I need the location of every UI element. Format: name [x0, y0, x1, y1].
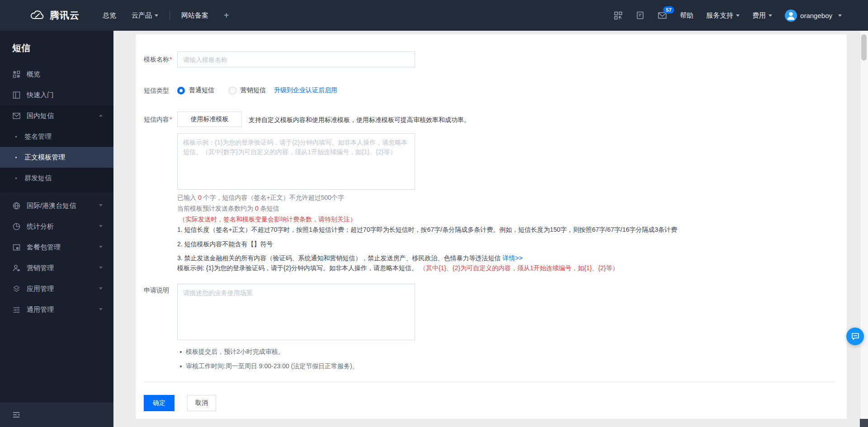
nav-beian[interactable]: 网站备案 — [174, 0, 216, 31]
chevron-down-icon — [99, 287, 103, 290]
template-form-card: 模板名称* 短信类型 普通短信 营销短信 升级到企业认证后启用 短信内容* 使用… — [136, 34, 847, 419]
details-link[interactable]: 详情>> — [502, 254, 522, 262]
sidebar-item-marketing-management[interactable]: 营销管理 — [0, 258, 113, 278]
scrollbar-thumb[interactable] — [861, 34, 867, 61]
rule-1: 1. 短信长度（签名+正文）不超过70字时，按照1条短信计费；超过70字即为长短… — [177, 225, 677, 234]
sidebar-item-bulk-sms[interactable]: 群发短信 — [0, 168, 113, 188]
application-note-textarea[interactable] — [177, 284, 415, 340]
chevron-down-icon — [838, 14, 842, 17]
nav-products[interactable]: 云产品 — [124, 0, 166, 31]
mail-icon[interactable]: 57 — [657, 11, 667, 20]
chevron-up-icon — [99, 114, 103, 117]
required-asterisk: * — [170, 56, 172, 63]
chevron-down-icon — [769, 14, 772, 17]
globe-icon — [12, 202, 21, 210]
sidebar: 短信 概览 快速入门 — [0, 31, 113, 427]
rule-3: 3. 禁止发送金融相关的所有内容（验证码、系统通知和营销短信），禁止发送房产、移… — [177, 253, 523, 263]
document-icon[interactable] — [636, 11, 645, 20]
bullet-icon — [15, 178, 17, 179]
chevron-down-icon — [99, 246, 103, 248]
sms-content-label: 短信内容* — [144, 115, 172, 124]
qr-code-icon[interactable] — [613, 11, 623, 20]
pie-chart-icon — [12, 222, 21, 231]
chat-support-button[interactable] — [846, 328, 864, 345]
package-icon — [12, 243, 21, 252]
template-example-note: （其中{1}、{2}为可自定义的内容，须从1开始连续编号，如{1}、{2}等） — [420, 264, 618, 272]
mail-badge: 57 — [663, 6, 674, 14]
top-navbar: 腾讯云 总览 云产品 网站备案 + — [0, 0, 868, 31]
brand-text: 腾讯云 — [50, 9, 80, 22]
sidebar-item-overview[interactable]: 概览 — [0, 64, 113, 84]
application-note-label: 申请说明 — [144, 286, 169, 295]
bullet-icon — [15, 157, 17, 158]
user-menu[interactable]: orangeboy — [785, 9, 842, 22]
template-name-label: 模板名称* — [144, 55, 172, 64]
collapse-sidebar-icon — [12, 411, 20, 418]
sidebar-item-body-template-management[interactable]: 正文模板管理 — [0, 147, 113, 168]
nav-add-tab-button[interactable]: + — [216, 0, 237, 31]
sidebar-title: 短信 — [0, 31, 113, 64]
sidebar-item-general-management[interactable]: 通用管理 — [0, 299, 113, 320]
nav-billing[interactable]: 费用 — [752, 11, 772, 20]
cancel-button[interactable]: 取消 — [187, 395, 216, 411]
sidebar-item-international-sms[interactable]: 国际/港澳台短信 — [0, 195, 113, 216]
sidebar-item-signature-management[interactable]: 签名管理 — [0, 126, 113, 147]
submit-button[interactable]: 确定 — [144, 395, 175, 411]
layers-icon — [12, 285, 21, 293]
sms-type-options: 普通短信 营销短信 升级到企业认证后启用 — [177, 85, 337, 96]
sidebar-item-package-management[interactable]: 套餐包管理 — [0, 237, 113, 258]
template-name-input[interactable] — [177, 52, 415, 67]
cloud-logo-icon — [30, 10, 45, 21]
sidebar-item-application-management[interactable]: 应用管理 — [0, 278, 113, 299]
avatar — [785, 9, 797, 22]
billing-warning-line: （实际发送时，签名和模板变量会影响计费条数，请特别关注） — [179, 215, 356, 224]
sidebar-collapse-bar[interactable] — [0, 403, 113, 427]
sidebar-item-statistics[interactable]: 统计分析 — [0, 216, 113, 237]
nav-help[interactable]: 帮助 — [680, 11, 693, 20]
scrollbar-corner — [860, 419, 868, 427]
nav-overview[interactable]: 总览 — [95, 0, 124, 31]
estimate-line: 当前模板预计发送条数约为 0 条短信 — [177, 204, 279, 213]
radio-normal-sms-label[interactable]: 普通短信 — [189, 86, 214, 94]
nav-divider — [170, 10, 170, 20]
chevron-down-icon — [736, 14, 740, 17]
bullet-icon — [180, 351, 182, 353]
sms-type-label: 短信类型 — [144, 86, 169, 95]
radio-normal-sms[interactable] — [177, 87, 185, 94]
review-note-1: 模板提交后，预计2小时完成审核。 — [180, 348, 284, 356]
radio-marketing-sms-label[interactable]: 营销短信 — [241, 86, 266, 94]
username: orangeboy — [800, 12, 832, 19]
sidebar-group-domestic-sms: 国内短信 签名管理 正文模板管理 群发短信 — [0, 105, 113, 192]
template-example-line: 模板示例: {1}为您的登录验证码，请于{2}分钟内填写。如非本人操作，请忽略本… — [177, 263, 618, 272]
quickstart-icon — [12, 91, 21, 99]
nav-support[interactable]: 服务支持 — [706, 11, 740, 20]
navbar-right: 57 帮助 服务支持 费用 orangeboy — [613, 9, 868, 22]
sidebar-item-quickstart[interactable]: 快速入门 — [0, 84, 113, 105]
rule-2: 2. 短信模板内容不能含有【】符号 — [177, 239, 273, 249]
chevron-down-icon — [99, 225, 103, 227]
envelope-icon — [12, 112, 21, 120]
required-asterisk: * — [170, 116, 172, 123]
standard-template-hint: 支持自定义模板内容和使用标准模板，使用标准模板可提高审核效率和成功率。 — [249, 115, 470, 124]
char-count-value: 0 — [198, 194, 202, 201]
chevron-down-icon — [155, 14, 158, 17]
radio-marketing-sms[interactable] — [229, 87, 236, 94]
chat-bubble-icon — [851, 332, 860, 341]
estimate-value: 0 — [255, 205, 259, 212]
chevron-down-icon — [99, 308, 103, 310]
bullet-icon — [15, 136, 17, 137]
review-note-2: 审核工作时间:周一至周日 9:00-23:00 (法定节假日正常服务)。 — [180, 362, 359, 371]
tencent-cloud-logo[interactable]: 腾讯云 — [30, 9, 80, 22]
bullet-icon — [180, 366, 182, 367]
sidebar-item-domestic-sms[interactable]: 国内短信 — [0, 105, 113, 126]
page-scrollbar[interactable] — [860, 31, 868, 427]
upgrade-enterprise-link[interactable]: 升级到企业认证后启用 — [274, 86, 337, 94]
sms-content-textarea[interactable] — [177, 133, 415, 190]
form-divider — [144, 382, 835, 382]
use-standard-template-button[interactable]: 使用标准模板 — [177, 112, 242, 127]
char-count-line: 已输入 0 个字，短信内容（签名+正文）不允许超过500个字 — [177, 193, 344, 202]
navbar-left: 腾讯云 总览 云产品 网站备案 + — [0, 0, 237, 31]
person-icon — [12, 264, 21, 272]
grid-icon — [12, 70, 21, 79]
chevron-down-icon — [99, 267, 103, 269]
